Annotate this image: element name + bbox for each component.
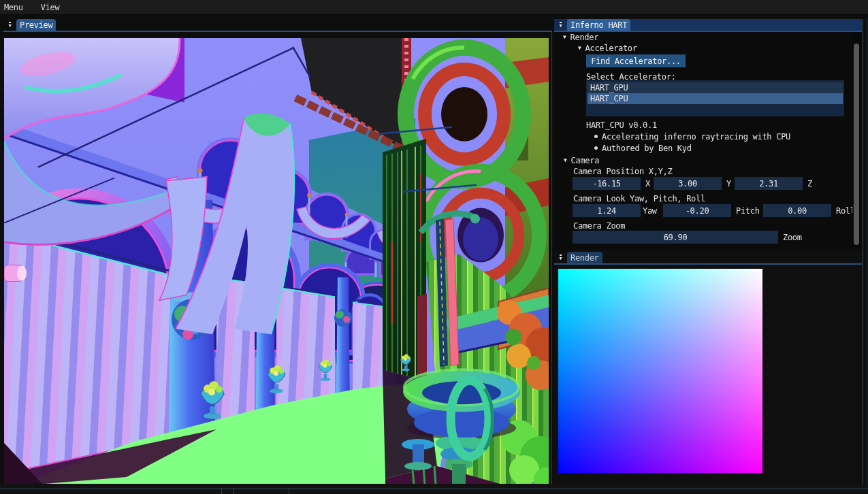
window-border-right-outer — [867, 19, 867, 489]
axis-label-zoom: Zoom — [783, 231, 802, 244]
window-border-right — [863, 19, 863, 489]
list-item-hart-cpu[interactable]: HART_CPU — [588, 93, 843, 104]
render-window: ▼ Render — [554, 252, 862, 488]
render-output-image — [558, 269, 762, 473]
preview-render-viewport[interactable] — [4, 38, 549, 484]
tab-preview[interactable]: Preview — [16, 19, 56, 31]
tab-inferno-hart[interactable]: Inferno HART — [567, 19, 630, 31]
camera-zoom-field[interactable]: 69.90 — [573, 231, 778, 244]
inspector-scrollbar — [852, 32, 861, 248]
bullet-icon — [594, 146, 598, 150]
preview-tab-bar: ▼ Preview — [3, 19, 552, 31]
axis-label-roll: Roll — [836, 204, 852, 217]
tree-node-camera[interactable]: ▼ Camera — [564, 156, 599, 165]
bullet-icon — [594, 135, 598, 138]
tree-node-accelerator-label: Accelerator — [585, 44, 637, 53]
menu-bar: Menu View — [0, 0, 868, 15]
collapse-arrow-icon: ▼ — [9, 22, 12, 29]
menu-item-menu[interactable]: Menu — [4, 3, 23, 12]
collapse-arrow-icon: ▼ — [560, 22, 562, 29]
tree-node-render[interactable]: ▼ Render — [563, 33, 598, 42]
collapse-menu-icon[interactable]: ▼ — [554, 252, 567, 263]
bottom-border-line — [0, 489, 868, 489]
collapse-menu-icon[interactable]: ▼ — [554, 19, 567, 31]
camera-zoom-label: Camera Zoom — [573, 221, 625, 231]
tree-open-icon: ▼ — [564, 158, 567, 163]
accelerator-listbox: HART_GPU HART_CPU — [586, 80, 844, 116]
camera-position-y-field[interactable]: 3.00 — [654, 177, 722, 190]
axis-label-yaw: Yaw — [643, 204, 657, 217]
tree-node-render-label: Render — [570, 33, 599, 42]
splitter-tick — [221, 489, 222, 494]
tree-node-accelerator[interactable]: ▼ Accelerator — [578, 44, 637, 52]
camera-pitch-field[interactable]: -0.20 — [663, 204, 731, 217]
splitter-tick — [289, 489, 289, 494]
status-strip — [0, 484, 868, 494]
preview-window: ▼ Preview — [3, 19, 552, 485]
axis-label-pitch: Pitch — [736, 204, 760, 217]
splitter-tick — [234, 489, 234, 494]
axis-label-z: Z — [807, 177, 812, 190]
axis-label-x: X — [645, 177, 650, 190]
tree-open-icon: ▼ — [578, 46, 581, 51]
list-item-hart-gpu[interactable]: HART_GPU — [588, 82, 843, 93]
bullet-item: Accelerating inferno raytracing with CPU — [602, 132, 790, 142]
tree-node-camera-label: Camera — [571, 156, 600, 165]
panel-splitter[interactable] — [551, 31, 552, 484]
tab-underline — [554, 263, 862, 265]
find-accelerator-button[interactable]: Find Accelerator... — [586, 54, 686, 67]
scrollbar-grabber[interactable] — [854, 44, 859, 245]
bullet-item: Authored by Ben Kyd — [602, 144, 692, 153]
camera-roll-field[interactable]: 0.00 — [763, 204, 831, 217]
camera-position-z-field[interactable]: 2.31 — [735, 177, 803, 190]
preview-render-image — [4, 38, 549, 484]
collapse-menu-icon[interactable]: ▼ — [3, 19, 16, 31]
camera-position-label: Camera Position X,Y,Z — [573, 167, 672, 176]
axis-label-y: Y — [726, 177, 731, 190]
camera-yaw-field[interactable]: 1.24 — [573, 204, 641, 217]
tree-open-icon: ▼ — [563, 35, 566, 40]
menu-item-view[interactable]: View — [41, 3, 60, 12]
tab-render[interactable]: Render — [567, 252, 602, 263]
accelerator-version-label: HART_CPU v0.0.1 — [586, 120, 657, 130]
uv-green-gradient — [558, 269, 762, 473]
camera-position-x-field[interactable]: -16.15 — [573, 177, 641, 190]
render-tab-bar: ▼ Render — [554, 252, 862, 263]
tab-underline — [3, 31, 552, 32]
inspector-tab-bar: ▼ Inferno HART — [554, 19, 862, 31]
inspector-window: ▼ Inferno HART ▼ Render ▼ Accelerator Fi… — [554, 19, 862, 249]
inspector-content: ▼ Render ▼ Accelerator Find Accelerator.… — [554, 32, 852, 248]
camera-look-label: Camera Look Yaw, Pitch, Roll — [573, 194, 705, 203]
collapse-arrow-icon: ▼ — [560, 254, 562, 261]
